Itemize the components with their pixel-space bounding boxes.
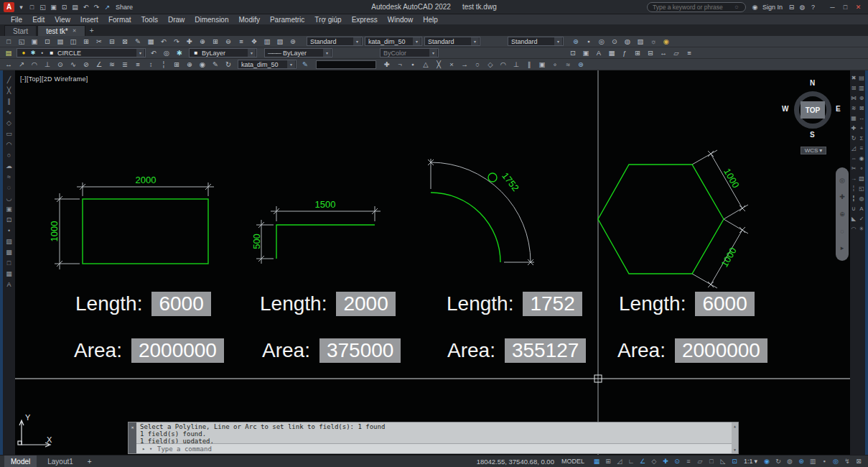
named-views-icon[interactable]: ⊙: [608, 37, 621, 47]
move-icon[interactable]: ✚: [850, 124, 857, 132]
zoom-window-icon[interactable]: ⊕: [858, 94, 865, 102]
radius-dimension-icon[interactable]: ⊙: [54, 60, 67, 70]
stretch-icon[interactable]: ⇔: [850, 154, 857, 162]
snap-apparent-intersection-icon[interactable]: ×: [445, 60, 458, 70]
layer-properties-manager-icon[interactable]: ▤: [2, 48, 15, 58]
circle-icon[interactable]: ○: [4, 150, 14, 159]
edit-text-icon[interactable]: A: [592, 48, 605, 58]
snap-tangent-icon[interactable]: ◠: [497, 60, 510, 70]
chevron-down-icon[interactable]: ▾: [287, 60, 295, 68]
redo-icon[interactable]: ↷: [170, 37, 183, 47]
chevron-down-icon[interactable]: ▾: [819, 147, 822, 154]
arc-shape[interactable]: [431, 193, 500, 262]
menu-dimension[interactable]: Dimension: [190, 14, 233, 24]
measure-icon[interactable]: ↔: [657, 48, 670, 58]
tool-palettes-icon[interactable]: ▥: [261, 37, 274, 47]
temporary-track-point-icon[interactable]: ✚: [381, 60, 393, 70]
snap-extension-icon[interactable]: →: [458, 60, 471, 70]
snap-from-icon[interactable]: ¬: [393, 60, 406, 70]
extend-icon[interactable]: →: [850, 175, 857, 182]
undo-icon[interactable]: ↶: [157, 37, 170, 47]
chevron-down-icon[interactable]: ▾: [429, 49, 437, 57]
snap-nearest-icon[interactable]: ≈: [561, 60, 574, 70]
render-icon[interactable]: ◍: [621, 37, 634, 47]
layer-freeze-icon[interactable]: ✱: [173, 48, 186, 58]
snap-intersection-icon[interactable]: ╳: [432, 60, 445, 70]
model-tab[interactable]: Model: [4, 456, 37, 467]
multiline-text-icon[interactable]: A: [4, 279, 14, 289]
qnew-icon[interactable]: □: [2, 37, 15, 47]
table-icon[interactable]: ▦: [4, 269, 14, 278]
menu-window[interactable]: Window: [383, 14, 419, 24]
fillet-icon[interactable]: ◠: [850, 225, 857, 233]
zoom-realtime-icon[interactable]: ⊕: [196, 37, 209, 47]
tab-document[interactable]: test tk* ✕: [37, 25, 85, 36]
command-window-close[interactable]: ✕: [129, 422, 136, 453]
object-snap-icon[interactable]: ⊙: [672, 456, 682, 467]
plot-icon[interactable]: ▤: [70, 2, 80, 12]
object-color-combo[interactable]: ■ ByLayer ▾: [189, 48, 257, 57]
region-icon[interactable]: □: [4, 258, 14, 267]
sun-status-icon[interactable]: ◉: [660, 37, 673, 47]
dimension-style-combo[interactable]: kata_dim_50 ▾: [238, 60, 297, 69]
orbit-tool-icon[interactable]: ◌: [837, 226, 847, 236]
dimension-update-icon[interactable]: ↻: [222, 60, 235, 70]
continue-dimension-icon[interactable]: ≡: [131, 60, 144, 70]
new-layout-button[interactable]: +: [84, 458, 95, 466]
table-icon[interactable]: ▦: [605, 48, 618, 58]
grid-display-icon[interactable]: ▦: [592, 456, 602, 467]
dynamic-input-icon[interactable]: ⊡: [729, 456, 739, 467]
new-file-icon[interactable]: □: [27, 2, 37, 12]
chevron-down-icon[interactable]: ▾: [754, 458, 757, 465]
pan-tool-icon[interactable]: ✚: [837, 192, 847, 202]
mass-properties-icon[interactable]: Σ: [858, 134, 865, 142]
drawing-canvas[interactable]: [-][Top][2D Wireframe] 2000 1000 1500 50…: [15, 70, 850, 455]
match-properties-icon[interactable]: ✎: [131, 37, 144, 47]
hexagon-shape[interactable]: [598, 165, 724, 274]
workspace-icon[interactable]: ⊛: [569, 37, 582, 47]
cut-icon[interactable]: ✂: [93, 37, 106, 47]
polyline-icon[interactable]: ∿: [4, 107, 14, 116]
rename-icon[interactable]: A: [858, 205, 865, 213]
break-icon[interactable]: ╏: [850, 195, 857, 203]
menu-view[interactable]: View: [50, 14, 75, 24]
layer-color-swatch[interactable]: ■: [48, 50, 55, 56]
lights-icon[interactable]: ☼: [647, 37, 660, 47]
app-store-cart-icon[interactable]: ⊟: [786, 2, 797, 12]
copy-clip-icon[interactable]: ⊟: [106, 37, 118, 47]
command-scrollbar[interactable]: ▲ ▼: [732, 422, 738, 453]
tolerance-icon[interactable]: ⊞: [170, 60, 183, 70]
rotate-icon[interactable]: ↻: [850, 134, 857, 142]
viewport-controls[interactable]: [-][Top][2D Wireframe]: [20, 75, 88, 83]
properties-palette-icon[interactable]: ≡: [235, 37, 248, 47]
dimension-style-manager-icon[interactable]: ✎: [299, 60, 312, 70]
menu-tools[interactable]: Tools: [136, 14, 163, 24]
autoscale-icon[interactable]: ↻: [773, 456, 783, 467]
quick-dimension-icon[interactable]: ≋: [106, 60, 118, 70]
graphics-performance-icon[interactable]: ↯: [842, 456, 852, 467]
viewcube-south[interactable]: S: [810, 131, 815, 139]
draworder-front-icon[interactable]: ▤: [858, 74, 865, 82]
full-navigation-wheel-icon[interactable]: ◎: [837, 175, 847, 185]
purge-icon[interactable]: ◍: [858, 195, 865, 203]
spline-icon[interactable]: ≈: [4, 172, 14, 181]
toolbar-text-field[interactable]: [316, 60, 376, 69]
clean-screen-icon[interactable]: ⊠: [854, 456, 864, 467]
search-icon[interactable]: ◌: [733, 2, 740, 12]
transparency-toggle-icon[interactable]: ▱: [695, 456, 705, 467]
layout1-tab[interactable]: Layout1: [41, 456, 80, 467]
lineweight-display-icon[interactable]: ≡: [683, 456, 694, 467]
quick-calc-icon[interactable]: ⊛: [286, 37, 299, 47]
chevron-down-icon[interactable]: ▾: [248, 49, 256, 57]
make-block-icon[interactable]: ⊡: [566, 48, 579, 58]
notifications-bell-icon[interactable]: ◍: [797, 2, 808, 12]
customize-command-line-icon[interactable]: ▸: [140, 446, 147, 452]
infer-constraints-icon[interactable]: ◿: [615, 456, 625, 467]
viewcube-north[interactable]: N: [810, 79, 815, 87]
units-icon[interactable]: ◱: [858, 185, 865, 193]
save-as-icon[interactable]: ⊡: [59, 2, 70, 12]
inspect-dimension-icon[interactable]: ◉: [196, 60, 209, 70]
area-inquiry-icon[interactable]: ▱: [670, 48, 683, 58]
mleader-style-combo[interactable]: Standard ▾: [508, 37, 564, 46]
draworder-back-icon[interactable]: ▥: [858, 84, 865, 92]
